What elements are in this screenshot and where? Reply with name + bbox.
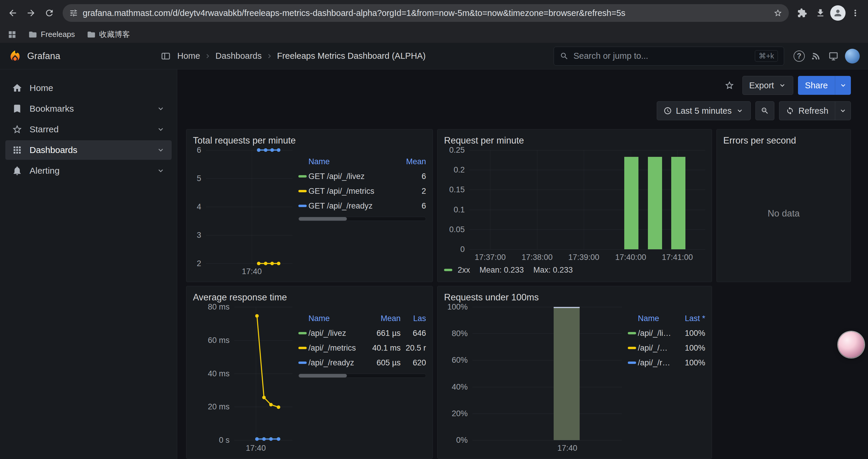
legend-column-header[interactable]: Mean — [393, 157, 426, 166]
display-button[interactable] — [825, 47, 842, 65]
extensions-button[interactable] — [794, 4, 811, 22]
chevron-down-icon[interactable] — [156, 145, 165, 155]
bookmark-folder-blogs[interactable]: 收藏博客 — [87, 29, 130, 40]
y-axis: 80 ms60 ms40 ms20 ms0 s — [193, 307, 234, 440]
legend-scrollbar[interactable] — [299, 217, 426, 221]
chevron-right-icon — [204, 52, 212, 60]
folder-icon — [28, 30, 37, 39]
chart-requests-under-100ms: 100%80%60%40%20%0%17:40 — [444, 307, 622, 454]
sidebar-item-label: Bookmarks — [30, 104, 74, 114]
y-tick-label: 60% — [452, 356, 468, 365]
legend-row[interactable]: /api/_/readyz605 µs620 — [299, 355, 426, 370]
panel-title[interactable]: Request per minute — [444, 134, 705, 147]
legend-series-name[interactable]: 2xx — [458, 266, 470, 275]
share-split-button: Share — [798, 76, 851, 95]
bookmark-star-icon[interactable] — [773, 8, 782, 18]
share-caret-button[interactable] — [835, 76, 851, 95]
browser-profile-avatar[interactable] — [830, 5, 845, 21]
breadcrumb-home[interactable]: Home — [177, 51, 200, 61]
gridline — [472, 414, 622, 414]
breadcrumb: Home Dashboards Freeleaps Metrics Dashbo… — [177, 51, 426, 61]
panel-title[interactable]: Requests under 100ms — [444, 291, 705, 304]
apps-grid-button[interactable] — [8, 30, 17, 39]
chevron-down-icon[interactable] — [156, 104, 165, 113]
x-tick-label: 17:39:00 — [568, 253, 599, 262]
legend-row[interactable]: /api/_/readyz100% — [628, 355, 705, 370]
line-series — [206, 150, 292, 263]
chevron-down-icon — [778, 81, 786, 90]
monitor-icon — [829, 51, 838, 61]
legend-value: 661 µs — [368, 329, 401, 338]
grafana-logo[interactable] — [8, 49, 22, 63]
plot-area — [469, 150, 705, 249]
export-button[interactable]: Export — [742, 76, 793, 95]
panel-title[interactable]: Average response time — [193, 291, 426, 304]
news-button[interactable] — [808, 47, 825, 65]
help-button[interactable]: ? — [790, 47, 808, 65]
legend-column-header[interactable]: Mean — [368, 314, 401, 323]
legend-row[interactable]: /api/_/metrics100% — [628, 340, 705, 355]
x-tick-label: 17:41:00 — [662, 253, 693, 262]
browser-menu-button[interactable] — [847, 4, 864, 22]
legend-row[interactable]: GET /api/_/readyz6 — [299, 198, 426, 213]
floating-avatar[interactable] — [838, 332, 864, 358]
legend-row[interactable]: GET /api/_/metrics2 — [299, 184, 426, 198]
search-icon — [560, 52, 569, 61]
mega-menu-toggle-button[interactable] — [158, 49, 173, 64]
time-range-picker[interactable]: Last 5 minutes — [657, 101, 751, 120]
legend-row[interactable]: /api/_/metrics40.1 ms20.5 r — [299, 340, 426, 355]
legend-column-header[interactable]: Name — [638, 314, 672, 323]
gridline — [472, 307, 622, 307]
legend-column-header[interactable]: Last * — [672, 314, 705, 323]
scrollbar-thumb[interactable] — [299, 217, 347, 221]
zoom-out-button[interactable] — [755, 101, 774, 120]
url-input[interactable] — [83, 8, 769, 18]
reload-button[interactable] — [41, 4, 58, 22]
search-input[interactable] — [574, 51, 750, 61]
forward-button[interactable] — [23, 4, 39, 22]
sidebar-item-alerting[interactable]: Alerting — [5, 161, 172, 181]
chevron-down-icon[interactable] — [156, 166, 165, 175]
legend-header[interactable]: NameMeanLas — [299, 311, 426, 326]
user-avatar[interactable] — [845, 49, 860, 64]
legend-column-header[interactable]: Las — [401, 314, 426, 323]
chevron-down-icon[interactable] — [156, 125, 165, 134]
sidebar-item-starred[interactable]: Starred — [5, 120, 172, 139]
back-button[interactable] — [4, 4, 21, 22]
legend-row[interactable]: /api/_/livez661 µs646 — [299, 326, 426, 340]
url-bar[interactable] — [63, 4, 789, 22]
scrollbar-thumb[interactable] — [299, 374, 347, 378]
brand-name[interactable]: Grafana — [27, 51, 60, 61]
legend-series-name: /api/_/livez — [638, 329, 672, 338]
star-icon — [12, 124, 23, 135]
legend-column-header[interactable]: Name — [308, 157, 393, 166]
legend-row[interactable]: GET /api/_/livez6 — [299, 169, 426, 184]
legend-column-header[interactable]: Name — [308, 314, 368, 323]
legend-header[interactable]: NameLast * — [628, 311, 705, 326]
panel-body: 100%80%60%40%20%0%17:40 NameLast */api/_… — [444, 307, 705, 454]
legend-scrollbar[interactable] — [299, 374, 426, 378]
x-tick-label: 17:40 — [557, 444, 578, 453]
sidebar-item-dashboards[interactable]: Dashboards — [5, 140, 172, 160]
panel-title[interactable]: Total requests per minute — [193, 134, 426, 147]
time-range-label: Last 5 minutes — [676, 106, 732, 116]
legend-row[interactable]: /api/_/livez100% — [628, 326, 705, 340]
star-dashboard-button[interactable] — [721, 77, 738, 94]
share-button[interactable]: Share — [798, 76, 835, 95]
bar — [671, 157, 685, 249]
chart-errors-per-second: No data — [723, 150, 844, 277]
legend-series-name: /api/_/metrics — [638, 343, 672, 353]
sidebar: Home Bookmarks Starred Dashboards Alerti… — [0, 69, 177, 459]
search-box[interactable]: ⌘+k — [554, 47, 784, 66]
downloads-button[interactable] — [812, 4, 829, 22]
x-tick-label: 17:38:00 — [522, 253, 553, 262]
legend-header[interactable]: NameMean — [299, 154, 426, 169]
refresh-button[interactable]: Refresh — [779, 101, 835, 120]
sidebar-item-home[interactable]: Home — [5, 78, 172, 98]
brand-area: Grafana — [8, 49, 177, 64]
bookmark-folder-freeleaps[interactable]: Freeleaps — [28, 30, 75, 39]
breadcrumb-dashboards[interactable]: Dashboards — [215, 51, 261, 61]
sidebar-item-bookmarks[interactable]: Bookmarks — [5, 99, 172, 119]
refresh-caret-button[interactable] — [835, 101, 851, 120]
panel-title[interactable]: Errors per second — [723, 134, 844, 147]
